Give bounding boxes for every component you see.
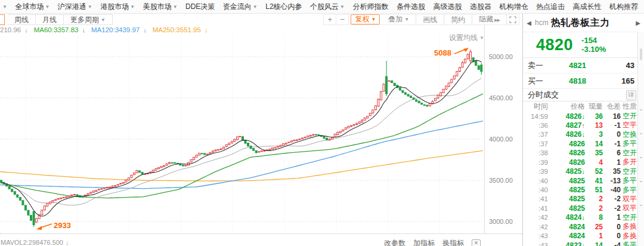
chevron-down-icon: ▼ (371, 17, 376, 22)
trade-time: :37 (523, 131, 548, 138)
indicator-buttons: 改参数 加指标 换指标 ✕ (384, 238, 481, 246)
open-interest-change: -13 (603, 177, 621, 185)
menu-item-6[interactable]: 资金流向▼ (223, 2, 258, 12)
fullscreen-button[interactable] (507, 15, 519, 24)
tick-detail-button[interactable]: 详 (626, 90, 636, 100)
open-interest-change: -2 (603, 204, 621, 213)
menu-item-1[interactable]: 全球市场▼ (15, 2, 49, 12)
period-more-label: 更多周期 (70, 16, 99, 24)
chevron-down-icon: ▼ (340, 4, 345, 10)
menu-item-9[interactable]: 分析师指数 (353, 2, 389, 12)
open-interest-change: -2 (603, 195, 621, 203)
menu-item-label: L2核心内参 (265, 2, 302, 11)
candlestick-chart[interactable]: 50882933 (0, 25, 484, 233)
overlay-button[interactable]: 叠加▼ (382, 14, 416, 24)
menu-item-label: 资金流向 (223, 2, 252, 11)
active-period-button-partial[interactable] (0, 14, 5, 25)
chevron-down-icon: ▼ (101, 17, 106, 23)
bid-row: 买一 4818 165 (523, 73, 644, 89)
trade-price: 4826↓ (548, 130, 585, 139)
chevron-down-icon: ▼ (253, 4, 258, 10)
period-more-button[interactable]: 更多周期▼ (64, 15, 112, 24)
menu-item-2[interactable]: 沪深港通▼ (58, 2, 92, 12)
zoom-in-button[interactable]: + (324, 15, 336, 24)
trade-nature: 空开 (621, 213, 638, 223)
trade-volume: 8 (585, 213, 603, 222)
trade-price: 4826 (548, 149, 585, 157)
simple-mode-button[interactable]: 简约 (444, 15, 472, 24)
tick-row: :434823↓14-4多平 (523, 240, 644, 246)
mavol-label: MAVOL2:298476.500↓ (1, 239, 69, 246)
period-weekly-button[interactable]: 周线 (8, 15, 36, 24)
price-tick: 4000.00 (489, 136, 513, 143)
trade-time: :39 (523, 159, 548, 166)
trade-nature: 空平 (621, 120, 638, 130)
menu-item-0[interactable]: ▼ (1, 2, 7, 11)
menu-item-14[interactable]: 热点追击 (536, 2, 565, 12)
ma-settings-button[interactable]: 设置均线▼ (449, 33, 484, 43)
menu-item-label: 机构推荐 (609, 2, 638, 11)
scrollbar-tick (640, 133, 642, 134)
scrollbar-tick (640, 109, 642, 110)
menu-item-3[interactable]: 港股市场▼ (100, 2, 135, 12)
trade-price: 4824 (548, 223, 585, 231)
close-pane-icon[interactable]: ✕ (472, 239, 481, 246)
menu-item-label: 全球市场 (15, 2, 44, 11)
trade-price: 4826 (548, 140, 585, 148)
period-monthly-button[interactable]: 月线 (36, 15, 64, 24)
scroll-up-icon[interactable]: ▲ (631, 102, 636, 107)
adjust-price-label: 复权 (355, 15, 369, 23)
menu-item-label: DDE决策 (185, 2, 215, 11)
hide-button[interactable]: 隐藏▶▶ (472, 14, 507, 25)
trade-volume: 35 (585, 149, 603, 157)
trade-price: 4825 (548, 204, 585, 213)
tick-row: :424824250多换 (523, 222, 644, 230)
add-indicator-button[interactable]: 加指标 (413, 238, 435, 246)
menu-item-15[interactable]: 高成长性 (572, 2, 601, 12)
next-instrument-button[interactable]: ▶ (633, 20, 643, 26)
trade-volume: 14 (585, 140, 603, 148)
menu-item-5[interactable]: DDE决策 (185, 2, 215, 12)
trade-price: 4824↓ (548, 213, 585, 222)
column-header-1: 价格 (548, 102, 585, 112)
trade-nature: 空换 (621, 130, 638, 140)
trade-price: 4825↓ (548, 167, 585, 176)
change-params-button[interactable]: 改参数 (384, 238, 405, 246)
menu-item-label: 高成长性 (572, 2, 601, 11)
prev-instrument-button[interactable]: ◀ (524, 20, 534, 26)
zoom-out-button[interactable]: − (336, 15, 349, 24)
menu-item-11[interactable]: 高级选股 (433, 2, 462, 12)
chevron-down-icon: ▼ (130, 4, 135, 10)
menu-item-4[interactable]: 美股市场▼ (143, 2, 178, 12)
panel-scrollbar[interactable] (637, 32, 644, 246)
menu-item-label: 机构增仓 (499, 2, 528, 11)
adjust-price-button[interactable]: 复权▼ (351, 14, 380, 24)
menu-item-7[interactable]: L2核心内参 (265, 2, 302, 12)
switch-indicator-button[interactable]: 换指标 (442, 238, 464, 246)
trade-nature: 多平 (621, 176, 638, 186)
menu-item-label: 美股市场 (143, 2, 172, 11)
menu-item-13[interactable]: 机构增仓 (499, 2, 528, 12)
open-interest-change: -1 (603, 140, 621, 148)
trade-time: :40 (523, 186, 548, 193)
price-change-percent: -3.10% (581, 45, 606, 54)
menu-item-10[interactable]: 条件选股 (397, 2, 425, 12)
tick-table[interactable]: 14:594826↓3616空开:364827↑13-1空平:374826↓30… (523, 111, 644, 246)
menu-item-8[interactable]: 个股风云▼ (310, 2, 345, 12)
quote-panel: ◀ hcm 热轧卷板主力 ▶ 4820 -154 -3.10% 卖一 4821 … (522, 14, 644, 246)
instrument-header: ◀ hcm 热轧卷板主力 ▶ (523, 14, 644, 32)
tick-trades-header: 分时成交 详 (523, 89, 644, 102)
trade-nature: 多平 (621, 139, 638, 149)
trade-volume: 2 (585, 195, 603, 203)
draw-line-button[interactable]: 画线 (416, 15, 444, 24)
candlestick-chart-area[interactable]: 50882933 210.96↓MA60:3357.83↓MA120:3439.… (0, 25, 484, 233)
trade-price: 4823↓ (548, 241, 585, 246)
trade-time: 14:59 (523, 113, 548, 120)
ma-settings-label: 设置均线 (449, 33, 478, 42)
trade-time: :42 (523, 223, 548, 230)
trade-volume: 36 (585, 112, 603, 121)
overlay-label: 叠加 (388, 15, 402, 23)
menu-item-12[interactable]: 选股器 (470, 2, 491, 12)
menu-item-16[interactable]: 机构推荐 (609, 2, 638, 12)
scrollbar-thumb[interactable] (640, 48, 642, 60)
